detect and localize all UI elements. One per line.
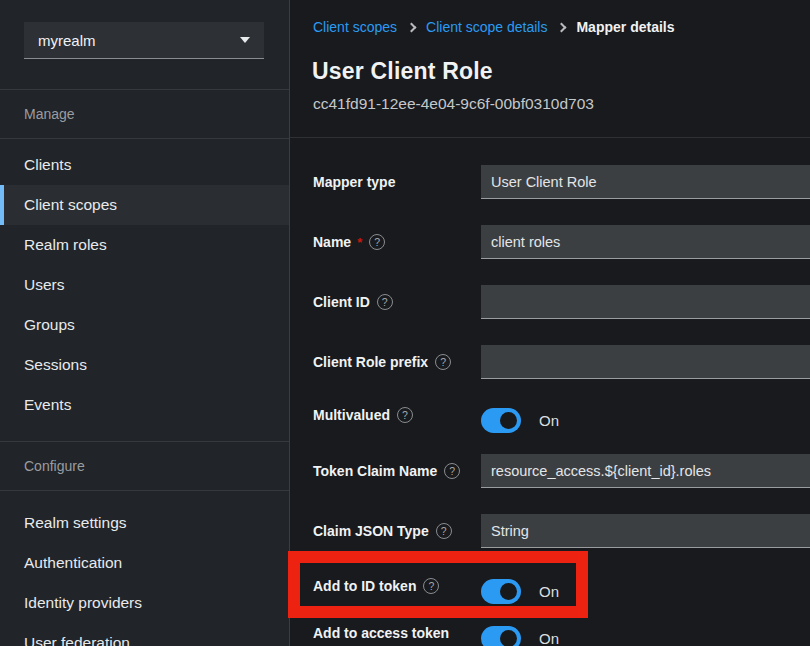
name-input[interactable]: [481, 225, 810, 259]
field-label: Add to ID token ?: [313, 569, 479, 603]
toggle-knob: [500, 630, 517, 646]
field-label-text: Mapper type: [313, 174, 395, 190]
mapper-id: cc41fd91-12ee-4e04-9c6f-00bf0310d703: [313, 95, 594, 113]
field-label: Claim JSON Type ?: [313, 514, 479, 548]
form-row-claim-json-type: Claim JSON Type ? String: [290, 514, 810, 548]
form-row-mapper-type: Mapper type: [290, 165, 810, 199]
page-title: User Client Role: [312, 58, 493, 85]
chevron-right-icon: [407, 23, 417, 33]
multivalued-toggle[interactable]: [481, 408, 521, 433]
realm-selector[interactable]: myrealm: [24, 22, 264, 59]
add-to-access-token-toggle[interactable]: [481, 626, 521, 646]
breadcrumb-current: Mapper details: [576, 19, 674, 35]
help-icon[interactable]: ?: [397, 407, 413, 423]
field-label: Multivalued ?: [313, 398, 479, 432]
field-label-text: Claim JSON Type: [313, 523, 429, 539]
field-label-text: Multivalued: [313, 407, 390, 423]
sidebar-item-realm-roles[interactable]: Realm roles: [0, 225, 289, 265]
sidebar-item-groups[interactable]: Groups: [0, 305, 289, 345]
sidebar-item-clients[interactable]: Clients: [0, 145, 289, 185]
form-row-add-to-id-token: Add to ID token ? On: [290, 569, 810, 603]
form-row-client-role-prefix: Client Role prefix ?: [290, 345, 810, 379]
header-divider: [290, 137, 810, 138]
toggle-knob: [500, 412, 517, 429]
section-label-configure: Configure: [24, 458, 85, 474]
sidebar-item-sessions[interactable]: Sessions: [0, 345, 289, 385]
toggle-state-label: On: [539, 412, 559, 429]
sidebar-item-user-federation[interactable]: User federation: [0, 623, 289, 646]
breadcrumb-link-client-scopes[interactable]: Client scopes: [313, 19, 397, 35]
form-row-client-id: Client ID ?: [290, 285, 810, 319]
field-label: Add to access token: [313, 616, 479, 646]
help-icon[interactable]: ?: [444, 463, 460, 479]
field-label: Mapper type: [313, 165, 479, 199]
nav-section-manage: Manage: [0, 89, 289, 139]
help-icon[interactable]: ?: [369, 234, 385, 250]
help-icon[interactable]: ?: [436, 523, 452, 539]
mapper-type-input[interactable]: [481, 165, 810, 199]
form-row-name: Name * ?: [290, 225, 810, 259]
field-label-text: Token Claim Name: [313, 463, 437, 479]
form-row-add-to-access-token: Add to access token On: [290, 616, 810, 646]
claim-json-type-select[interactable]: String: [481, 514, 810, 548]
field-label: Client Role prefix ?: [313, 345, 479, 379]
token-claim-name-input[interactable]: [481, 454, 810, 488]
toggle-state-label: On: [539, 630, 559, 646]
client-role-prefix-input[interactable]: [481, 345, 810, 379]
sidebar-item-events[interactable]: Events: [0, 385, 289, 425]
client-id-input[interactable]: [481, 285, 810, 319]
field-label-text: Add to access token: [313, 625, 449, 641]
field-label-text: Name: [313, 234, 351, 250]
sidebar-item-client-scopes[interactable]: Client scopes: [0, 185, 289, 225]
form-row-token-claim-name: Token Claim Name ?: [290, 454, 810, 488]
nav-section-configure: Configure: [0, 441, 289, 491]
breadcrumb-link-client-scope-details[interactable]: Client scope details: [426, 19, 547, 35]
field-label-text: Add to ID token: [313, 578, 416, 594]
sidebar-item-authentication[interactable]: Authentication: [0, 543, 289, 583]
help-icon[interactable]: ?: [377, 294, 393, 310]
help-icon[interactable]: ?: [435, 354, 451, 370]
toggle-state-label: On: [539, 583, 559, 600]
form-row-multivalued: Multivalued ? On: [290, 398, 810, 432]
keycloak-admin-page: { "sidebar": { "realm_selector": { "valu…: [0, 0, 810, 646]
sidebar-item-identity-providers[interactable]: Identity providers: [0, 583, 289, 623]
caret-down-icon: [240, 37, 250, 43]
chevron-right-icon: [557, 23, 567, 33]
breadcrumb: Client scopes Client scope details Mappe…: [313, 19, 674, 35]
add-to-id-token-toggle[interactable]: [481, 579, 521, 604]
field-label: Client ID ?: [313, 285, 479, 319]
sidebar-item-realm-settings[interactable]: Realm settings: [0, 503, 289, 543]
realm-name: myrealm: [38, 32, 96, 49]
field-label: Name * ?: [313, 225, 479, 259]
field-label-text: Client ID: [313, 294, 370, 310]
sidebar: myrealm Manage Clients Client scopes Rea…: [0, 0, 290, 646]
toggle-knob: [500, 583, 517, 600]
field-label-text: Client Role prefix: [313, 354, 428, 370]
section-label-manage: Manage: [24, 106, 75, 122]
help-icon[interactable]: ?: [423, 578, 439, 594]
field-label: Token Claim Name ?: [313, 454, 479, 488]
main-content: Client scopes Client scope details Mappe…: [290, 0, 810, 646]
required-indicator: *: [357, 235, 362, 250]
sidebar-item-users[interactable]: Users: [0, 265, 289, 305]
